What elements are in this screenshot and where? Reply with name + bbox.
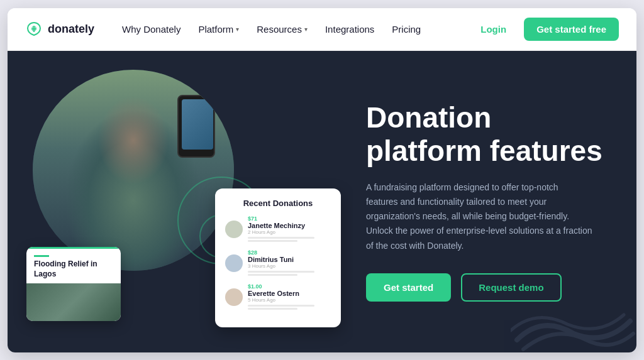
donor-line — [248, 237, 314, 239]
donor-lines-2 — [248, 271, 331, 276]
donor-info-2: $28 Dimitrius Tuni 3 Hours Ago — [248, 249, 331, 277]
donation-card-title: Recent Donations — [225, 199, 331, 208]
donor-line — [248, 271, 314, 273]
resources-chevron-icon: ▾ — [304, 26, 308, 33]
donor-line — [248, 305, 314, 307]
donation-card: Recent Donations $71 Janette Mechinzy 2 … — [215, 188, 341, 327]
donation-item-1: $71 Janette Mechinzy 2 Hours Ago — [225, 215, 331, 243]
donor-avatar-3 — [225, 288, 243, 306]
donor-avatar-1 — [225, 221, 243, 238]
logo-text: donately — [48, 23, 94, 36]
donor-name-2: Dimitrius Tuni — [248, 256, 331, 263]
hero-content: Donation platform features A fundraising… — [353, 76, 636, 326]
nav-resources[interactable]: Resources ▾ — [249, 19, 315, 40]
nav-pricing[interactable]: Pricing — [384, 19, 428, 40]
donation-item-2: $28 Dimitrius Tuni 3 Hours Ago — [225, 249, 331, 277]
donor-amount-3: $1.00 — [248, 283, 331, 290]
nav-why-donately[interactable]: Why Donately — [114, 19, 188, 40]
donor-time-3: 5 Hours Ago — [248, 297, 331, 303]
logo-icon — [25, 20, 43, 38]
platform-chevron-icon: ▾ — [236, 26, 239, 33]
nav-links: Why Donately Platform ▾ Resources ▾ Inte… — [114, 19, 473, 40]
hero-description: A fundraising platform designed to offer… — [366, 180, 592, 253]
flooding-card-image — [26, 283, 121, 321]
green-bar-accent — [34, 255, 49, 257]
browser-window: donately Why Donately Platform ▾ Resourc… — [8, 8, 636, 352]
hero-title: Donation platform features — [366, 101, 605, 168]
donor-avatar-2 — [225, 254, 243, 272]
phone-screen — [182, 99, 213, 150]
logo[interactable]: donately — [25, 20, 94, 38]
hero-request-demo-button[interactable]: Request demo — [461, 273, 561, 302]
donor-lines-3 — [248, 305, 331, 310]
navbar: donately Why Donately Platform ▾ Resourc… — [8, 8, 636, 51]
donation-item-3: $1.00 Everette Ostern 5 Hours Ago — [225, 283, 331, 311]
flooding-card: Flooding Relief in Lagos — [26, 247, 121, 320]
donor-name-3: Everette Ostern — [248, 290, 331, 297]
flooding-card-title: Flooding Relief in Lagos — [34, 259, 113, 279]
nav-platform[interactable]: Platform ▾ — [191, 19, 247, 40]
donor-line — [248, 274, 297, 276]
nav-integrations[interactable]: Integrations — [318, 19, 382, 40]
donor-time-1: 2 Hours Ago — [248, 229, 331, 235]
donor-line — [248, 308, 297, 310]
brush-decoration — [511, 302, 636, 352]
donor-line — [248, 240, 297, 242]
hero-get-started-button[interactable]: Get started — [366, 273, 451, 302]
flooding-card-header: Flooding Relief in Lagos — [26, 247, 121, 283]
nav-actions: Login Get started free — [473, 18, 619, 41]
get-started-button[interactable]: Get started free — [524, 18, 619, 41]
donor-info-3: $1.00 Everette Ostern 5 Hours Ago — [248, 283, 331, 311]
donor-amount-2: $28 — [248, 249, 331, 256]
donor-lines-1 — [248, 237, 331, 242]
donor-info-1: $71 Janette Mechinzy 2 Hours Ago — [248, 215, 331, 243]
hero-section: Flooding Relief in Lagos Recent Donation… — [8, 51, 636, 352]
hero-actions: Get started Request demo — [366, 273, 605, 302]
donor-name-1: Janette Mechinzy — [248, 222, 331, 229]
login-button[interactable]: Login — [473, 19, 514, 40]
hero-visual: Flooding Relief in Lagos Recent Donation… — [8, 51, 353, 352]
donor-time-2: 3 Hours Ago — [248, 263, 331, 269]
phone-prop — [177, 95, 215, 158]
donor-amount-1: $71 — [248, 215, 331, 222]
